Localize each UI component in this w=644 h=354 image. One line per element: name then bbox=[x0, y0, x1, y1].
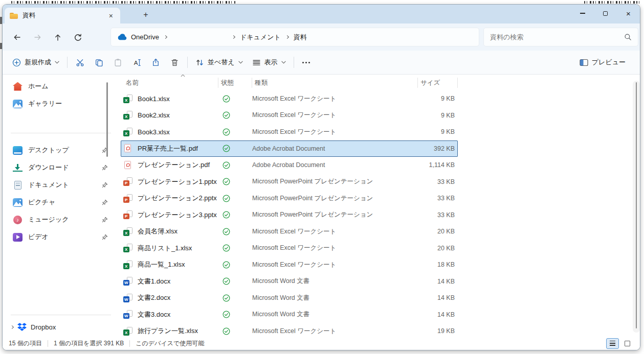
file-row[interactable]: プレゼンテーション.pdf Adobe Acrobat Document 1,1… bbox=[121, 157, 458, 174]
paste-button[interactable] bbox=[108, 55, 127, 70]
sidebar-item-dropbox[interactable]: Dropbox bbox=[6, 319, 116, 335]
copy-button[interactable] bbox=[90, 55, 108, 70]
tab-close-icon[interactable]: × bbox=[107, 12, 115, 20]
sidebar-item-label: デスクトップ bbox=[28, 146, 102, 155]
sidebar-item-home[interactable]: ホーム bbox=[6, 78, 116, 95]
chevron-down-icon bbox=[238, 61, 243, 64]
file-row[interactable]: 商品リスト_1.xlsx Microsoft Excel ワークシート 20 K… bbox=[121, 240, 458, 257]
search-box[interactable]: 資料の検索 bbox=[483, 28, 638, 46]
document-icon bbox=[14, 181, 21, 190]
list-scrollbar-thumb[interactable] bbox=[636, 82, 637, 328]
file-row[interactable]: 旅行プラン一覧.xlsx Microsoft Excel ワークシート 19 K… bbox=[121, 323, 458, 337]
sort-button[interactable]: 並べ替え bbox=[191, 55, 248, 70]
file-row[interactable]: Book3.xlsx Microsoft Excel ワークシート 9 KB bbox=[121, 124, 458, 140]
file-size: 33 KB bbox=[418, 178, 458, 185]
close-button[interactable]: × bbox=[617, 5, 640, 22]
file-size: 20 KB bbox=[418, 245, 458, 252]
large-icons-view-icon bbox=[625, 341, 630, 346]
column-header-status[interactable]: 状態 bbox=[218, 78, 252, 88]
file-row[interactable]: PR菓子売上一覧.pdf Adobe Acrobat Document 392 … bbox=[121, 140, 458, 157]
minimize-button[interactable] bbox=[571, 5, 594, 22]
up-button[interactable] bbox=[51, 30, 65, 44]
sidebar-item-label: ギャラリー bbox=[28, 99, 111, 108]
file-kind: Microsoft Excel ワークシート bbox=[252, 244, 418, 252]
pdf-file-icon bbox=[123, 144, 133, 153]
tab-shiryo[interactable]: 資料 × bbox=[5, 8, 120, 23]
excel-file-icon bbox=[123, 128, 133, 136]
details-view-button[interactable] bbox=[606, 338, 619, 349]
file-name: プレゼンテーション.pdf bbox=[138, 160, 210, 170]
synced-check-icon bbox=[223, 178, 230, 185]
breadcrumb-segment[interactable]: ドキュメント bbox=[240, 33, 281, 42]
file-row[interactable]: プレゼンテーション2.pptx Microsoft PowerPoint プレゼ… bbox=[121, 190, 458, 207]
sidebar-scrollbar[interactable] bbox=[106, 82, 108, 157]
rename-button[interactable]: A bbox=[127, 55, 146, 70]
synced-check-icon bbox=[223, 311, 230, 318]
preview-button[interactable]: プレビュー bbox=[574, 55, 631, 70]
view-button[interactable]: 表示 bbox=[248, 55, 291, 70]
back-button[interactable] bbox=[10, 30, 24, 44]
expand-chevron-icon[interactable] bbox=[10, 325, 14, 328]
sidebar-item-gallery[interactable]: ギャラリー bbox=[6, 95, 116, 112]
file-size: 14 KB bbox=[418, 311, 458, 318]
sidebar-item-desktop[interactable]: デスクトップ bbox=[6, 141, 116, 159]
file-row[interactable]: 文書3.docx Microsoft Word 文書 14 KB bbox=[121, 306, 458, 323]
ppt-file-icon bbox=[123, 194, 133, 203]
copy-icon bbox=[95, 58, 103, 67]
sort-button-label: 並べ替え bbox=[208, 58, 235, 67]
cut-button[interactable] bbox=[71, 55, 90, 70]
sidebar-item-videos[interactable]: ビデオ bbox=[6, 228, 116, 246]
file-name: 文書2.docx bbox=[138, 293, 170, 302]
preview-button-label: プレビュー bbox=[592, 58, 626, 67]
column-header-size[interactable]: サイズ bbox=[418, 78, 458, 88]
file-name: Book2.xlsx bbox=[138, 111, 170, 119]
file-row[interactable]: Book2.xlsx Microsoft Excel ワークシート 9 KB bbox=[121, 107, 458, 124]
pin-icon bbox=[102, 199, 108, 205]
toolbar-divider bbox=[187, 57, 188, 68]
synced-check-icon bbox=[223, 128, 230, 136]
refresh-button[interactable] bbox=[71, 30, 85, 44]
forward-button[interactable] bbox=[30, 30, 45, 44]
synced-check-icon bbox=[223, 294, 230, 302]
new-button[interactable]: 新規作成 bbox=[8, 55, 64, 70]
file-row[interactable]: 商品一覧_1.xlsx Microsoft Excel ワークシート 18 KB bbox=[121, 256, 458, 273]
sidebar-item-documents[interactable]: ドキュメント bbox=[6, 176, 116, 194]
address-bar[interactable]: OneDriveドキュメント資料 bbox=[110, 28, 479, 46]
column-header-name[interactable]: 名前 bbox=[123, 78, 218, 88]
sidebar-item-music[interactable]: ミュージック bbox=[6, 211, 116, 228]
file-row[interactable]: 文書2.docx Microsoft Word 文書 14 KB bbox=[121, 290, 458, 306]
more-button[interactable] bbox=[297, 59, 315, 66]
new-tab-button[interactable]: + bbox=[140, 9, 152, 21]
file-size: 33 KB bbox=[418, 195, 458, 202]
file-name: プレゼンテーション3.pptx bbox=[138, 210, 217, 220]
window-controls: × bbox=[571, 5, 640, 22]
file-row[interactable]: Book1.xlsx Microsoft Excel ワークシート 9 KB bbox=[121, 90, 458, 107]
file-row[interactable]: プレゼンテーション3.pptx Microsoft PowerPoint プレゼ… bbox=[121, 207, 458, 224]
file-row[interactable]: 文書1.docx Microsoft Word 文書 14 KB bbox=[121, 273, 458, 290]
sidebar-item-pictures[interactable]: ピクチャ bbox=[6, 194, 116, 211]
synced-check-icon bbox=[223, 277, 230, 285]
ppt-file-icon bbox=[123, 177, 133, 186]
view-icon bbox=[252, 58, 261, 67]
file-row[interactable]: 会員名簿.xlsx Microsoft Excel ワークシート 20 KB bbox=[121, 223, 458, 240]
pin-icon bbox=[102, 234, 108, 240]
synced-check-icon bbox=[223, 228, 230, 235]
view-button-label: 表示 bbox=[264, 58, 278, 67]
file-kind: Microsoft Excel ワークシート bbox=[252, 261, 418, 269]
breadcrumb-segment[interactable]: 資料 bbox=[294, 33, 307, 42]
main-content: ホーム ギャラリー デスクトップ ダウンロード ドキュメント ピクチャ ミュ bbox=[3, 75, 640, 337]
excel-file-icon bbox=[123, 111, 133, 120]
file-row[interactable]: プレゼンテーション1.pptx Microsoft PowerPoint プレゼ… bbox=[121, 174, 458, 191]
large-icons-view-button[interactable] bbox=[621, 338, 634, 349]
sidebar-item-downloads[interactable]: ダウンロード bbox=[6, 159, 116, 176]
delete-button[interactable] bbox=[165, 55, 184, 70]
breadcrumb-segment[interactable]: OneDrive bbox=[131, 33, 159, 41]
file-list: 名前 状態 種類 サイズ Book1.xlsx Microsoft Excel … bbox=[119, 75, 633, 337]
synced-check-icon bbox=[223, 161, 230, 169]
maximize-button[interactable] bbox=[594, 5, 617, 22]
column-header-type[interactable]: 種類 bbox=[252, 78, 418, 88]
file-kind: Microsoft Word 文書 bbox=[252, 294, 418, 302]
share-button[interactable] bbox=[146, 55, 165, 70]
file-size: 33 KB bbox=[418, 211, 458, 219]
item-count: 15 個の項目 bbox=[9, 339, 42, 348]
